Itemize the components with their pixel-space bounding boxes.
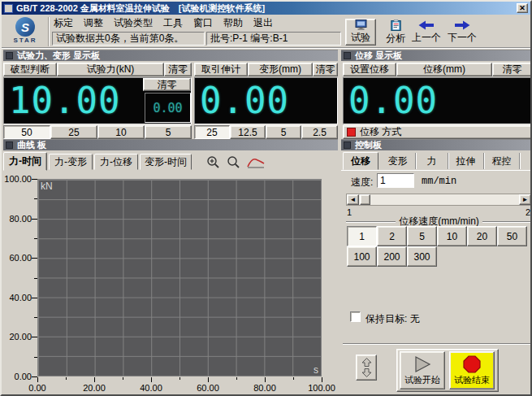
test-stop-button[interactable]: 试验结束 xyxy=(449,351,495,389)
deform-mm-button[interactable]: 变形(mm) xyxy=(248,63,313,76)
speed-preset-5[interactable]: 5 xyxy=(407,226,437,246)
speed-preset-1[interactable]: 1 xyxy=(347,226,377,246)
fracture-judge-button[interactable]: 破型判断 xyxy=(3,63,57,76)
arrow-left-icon xyxy=(417,20,435,30)
x-minor-tick xyxy=(179,377,180,380)
ctab-displacement[interactable]: 位移 xyxy=(343,152,378,170)
close-button[interactable]: ✕ xyxy=(517,3,528,13)
tab-force-deform[interactable]: 力-变形 xyxy=(49,154,93,170)
zoom-out-icon[interactable] xyxy=(227,155,240,169)
speed-preset-20[interactable]: 20 xyxy=(467,226,497,246)
toolbar-next-label: 下一个 xyxy=(448,31,477,45)
x-tick-label: 20.00 xyxy=(74,383,115,393)
arrow-right-icon xyxy=(453,20,471,30)
slider-right-arrow[interactable]: ► xyxy=(519,194,531,205)
chart-toolbar xyxy=(206,155,265,169)
menu-item-tools[interactable]: 工具 xyxy=(162,15,184,31)
menu-item-calibrate[interactable]: 标定 xyxy=(52,15,75,31)
x-tick-label: 100.00 xyxy=(301,383,342,393)
y-minor-tick xyxy=(34,278,37,279)
disp-clear-button[interactable]: 清零 xyxy=(492,63,532,76)
force-range-25[interactable]: 25 xyxy=(50,125,97,139)
slider-thumb[interactable] xyxy=(360,194,370,205)
force-range-10[interactable]: 10 xyxy=(97,125,145,139)
zoom-in-icon[interactable] xyxy=(206,155,220,169)
hold-target-checkbox[interactable] xyxy=(350,311,361,322)
y-minor-tick xyxy=(34,317,37,318)
slider-left-arrow[interactable]: ◄ xyxy=(347,194,359,205)
status-records: 试验数据共0条，当前第0条。 xyxy=(52,32,205,46)
menu-item-test-type[interactable]: 试验类型 xyxy=(112,15,154,31)
toolbar-previous-button[interactable]: 上一个 xyxy=(409,19,443,46)
x-minor-tick xyxy=(123,377,123,380)
force-clear-button[interactable]: 清零 xyxy=(164,63,192,76)
toolbar-separator xyxy=(48,17,50,46)
speed-preset-300[interactable]: 300 xyxy=(407,246,437,267)
ctab-program[interactable]: 程控 xyxy=(484,153,520,169)
speed-preset-50[interactable]: 50 xyxy=(497,226,527,246)
menu-item-adjust[interactable]: 调整 xyxy=(82,15,105,31)
hold-target-label: 保持目标: 无 xyxy=(365,312,420,326)
y-minor-tick xyxy=(34,238,37,239)
disp-panel-title: 位移 显示板 xyxy=(355,50,402,62)
force-range-50[interactable]: 50 xyxy=(3,125,50,139)
toolbar-analysis-label: 分析 xyxy=(386,32,405,46)
y-axis-unit-label: kN xyxy=(41,181,53,192)
panel-collapse-icon[interactable] xyxy=(6,52,13,59)
deform-clear-button[interactable]: 清零 xyxy=(313,63,338,76)
speed-input[interactable]: 1 xyxy=(377,173,414,188)
speed-preset-200[interactable]: 200 xyxy=(377,246,407,267)
force-range-5[interactable]: 5 xyxy=(145,125,192,139)
tab-force-time[interactable]: 力-时间 xyxy=(3,152,47,171)
speed-preset-100[interactable]: 100 xyxy=(347,246,377,267)
panel-collapse-icon[interactable] xyxy=(6,141,13,149)
peak-clear-button[interactable]: 清零 xyxy=(143,78,191,91)
test-start-button[interactable]: 试验开始 xyxy=(400,351,445,389)
y-tick-label: 60.00 xyxy=(2,253,32,263)
deform-range-12-5[interactable]: 12.5 xyxy=(230,125,266,139)
speed-preset-10[interactable]: 10 xyxy=(437,226,467,246)
ctab-tensile[interactable]: 拉伸 xyxy=(448,153,484,169)
ctab-deformation[interactable]: 变形 xyxy=(380,153,416,169)
jog-button[interactable] xyxy=(356,355,377,381)
speed-unit-label: mm/min xyxy=(422,176,456,187)
tab-force-disp[interactable]: 力-位移 xyxy=(94,154,138,170)
displacement-mm-button[interactable]: 位移(mm) xyxy=(396,63,492,76)
x-tick-label: 0.00 xyxy=(17,383,58,393)
toolbar-next-button[interactable]: 下一个 xyxy=(444,19,480,46)
panel-collapse-icon[interactable] xyxy=(344,141,351,149)
application-window: GB/T 228-2002 金属材料室温拉伸试验 [试验机测控软件系统] ✕ S… xyxy=(0,0,532,396)
deform-range-5[interactable]: 5 xyxy=(266,125,301,139)
curve-tool-icon[interactable] xyxy=(247,156,265,168)
set-displacement-button[interactable]: 设置位移 xyxy=(343,63,396,76)
x-tick xyxy=(208,377,209,382)
menu-item-exit[interactable]: 退出 xyxy=(252,15,275,31)
plot-canvas[interactable]: kN s xyxy=(37,179,322,376)
test-stop-label: 试验结束 xyxy=(454,374,490,386)
x-tick xyxy=(151,377,152,382)
x-minor-tick xyxy=(66,377,67,380)
speed-slider[interactable]: ◄ ► xyxy=(346,194,532,206)
menu-bar: 标定 调整 试验类型 工具 窗口 帮助 退出 xyxy=(52,16,275,30)
deform-range-25[interactable]: 25 xyxy=(194,125,230,139)
menu-item-help[interactable]: 帮助 xyxy=(222,15,244,31)
tab-deform-time[interactable]: 变形-时间 xyxy=(140,154,192,170)
y-tick xyxy=(32,376,37,377)
deform-range-2-5[interactable]: 2.5 xyxy=(301,125,338,139)
force-kn-button[interactable]: 试验力(kN) xyxy=(57,63,164,76)
toolbar-analysis-button[interactable]: 分析 xyxy=(380,19,411,46)
panel-collapse-icon[interactable] xyxy=(344,52,351,59)
speed-preset-2[interactable]: 2 xyxy=(377,226,407,246)
title-bar: GB/T 228-2002 金属材料室温拉伸试验 [试验机测控软件系统] ✕ xyxy=(2,2,530,15)
toolbar-divider xyxy=(2,47,532,49)
ctab-force[interactable]: 力 xyxy=(416,153,448,169)
jog-down-icon xyxy=(361,368,372,377)
menu-item-window[interactable]: 窗口 xyxy=(192,15,214,31)
x-minor-tick xyxy=(293,377,294,380)
displacement-value: 0.00 xyxy=(348,80,438,122)
force-value: 10.00 xyxy=(9,80,120,122)
toolbar-test-button[interactable]: 试验 xyxy=(345,19,376,46)
extensometer-button[interactable]: 取引伸计 xyxy=(194,63,248,76)
brand-logo: S STAR xyxy=(4,16,46,47)
x-tick xyxy=(37,377,38,382)
